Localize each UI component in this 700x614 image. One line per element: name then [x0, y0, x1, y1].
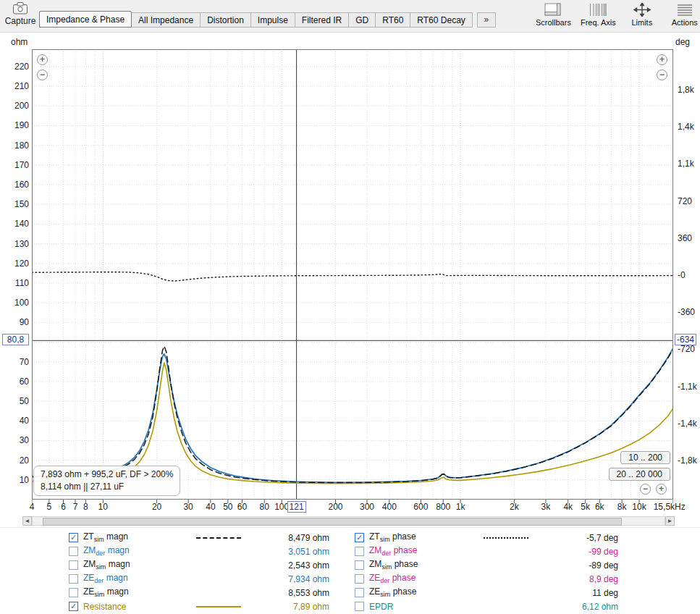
left-axis-tick: 40: [1, 416, 29, 426]
legend-value: -89 deg: [557, 560, 618, 571]
left-axis-tick: 90: [1, 317, 29, 327]
y-range-preset-button[interactable]: 10 .. 200: [620, 451, 670, 464]
right-axis-unit-label: deg: [675, 37, 690, 47]
tab-gd[interactable]: GD: [348, 12, 376, 28]
scroll-left-arrow[interactable]: ◄: [22, 516, 32, 526]
toolbar-button-actions[interactable]: Actions: [668, 2, 700, 27]
legend-value: 8,479 ohm: [269, 533, 329, 543]
capture-button[interactable]: Capture: [2, 1, 38, 26]
toolbar-button-label: Actions: [668, 18, 700, 27]
x-axis-tick: 15,5kHz: [654, 502, 686, 512]
x-axis-tick: 2k: [510, 502, 519, 512]
legend-checkbox-unchecked[interactable]: [69, 588, 78, 597]
left-axis-tick: 190: [1, 120, 29, 130]
x-axis-tick: 10: [98, 502, 108, 512]
legend-label: ZMsim phase: [369, 559, 455, 571]
toolbar-button-freq-axis[interactable]: Freq. Axis: [581, 2, 616, 27]
x-range-preset-button[interactable]: 20 .. 20 000: [609, 468, 670, 481]
x-axis-tick: 4k: [563, 502, 573, 512]
zoom-in-left-axis-button[interactable]: +: [37, 54, 48, 65]
right-axis-tick: -720: [678, 344, 695, 354]
legend-value: 7,934 ohm: [269, 574, 329, 584]
left-axis-tick: 130: [1, 239, 29, 249]
legend-checkbox-unchecked[interactable]: [355, 588, 364, 597]
tab-distortion[interactable]: Distortion: [200, 12, 251, 28]
legend-row: ZEder phase8,9 deg: [355, 572, 618, 586]
tooltip-line-1: 7,893 ohm + 995,2 uF, DF > 200%: [41, 468, 173, 481]
left-axis-tick: 100: [1, 298, 29, 308]
scrollbar-thumb[interactable]: [43, 518, 622, 526]
scrollbar-track[interactable]: [32, 516, 665, 526]
legend-line-sample-dotted: [484, 537, 528, 539]
tab-rt60-decay[interactable]: RT60 Decay: [410, 12, 472, 28]
legend-row: ZEsim phase11 deg: [355, 586, 618, 600]
left-axis-tick: 170: [1, 160, 29, 170]
legend-checkbox-unchecked[interactable]: [355, 602, 364, 611]
x-axis-tick: 6: [61, 502, 66, 512]
tab-impulse[interactable]: Impulse: [250, 12, 295, 28]
legend-checkbox-unchecked[interactable]: [355, 547, 364, 556]
plot-area[interactable]: [32, 49, 673, 504]
cursor-ohm-readout: 80,8: [2, 334, 29, 345]
tab-impedance-phase[interactable]: Impedance & Phase: [39, 11, 132, 28]
legend-row: ZMder magn3,051 ohm: [69, 544, 329, 558]
x-axis-tick: 60: [237, 502, 247, 512]
x-axis-tick: 400: [382, 502, 397, 512]
left-axis-tick: 220: [1, 62, 29, 72]
scroll-right-arrow[interactable]: ►: [665, 516, 675, 526]
x-axis-tick: 10k: [632, 502, 646, 512]
zoom-in-x-axis-button[interactable]: +: [656, 484, 667, 495]
left-axis-tick: 140: [1, 219, 29, 229]
legend-label: ZTsim phase: [369, 531, 455, 543]
zoom-out-left-axis-button[interactable]: −: [37, 70, 48, 80]
x-axis-tick: 4: [30, 502, 35, 512]
legend-checkbox-unchecked[interactable]: [69, 547, 78, 556]
legend-label: ZMder phase: [369, 545, 455, 557]
tab-overflow-button[interactable]: »: [477, 12, 496, 28]
legend-label: ZEder magn: [83, 573, 169, 584]
limits-icon: [625, 2, 659, 17]
toolbar-button-limits[interactable]: Limits: [625, 2, 659, 27]
legend-label: ZEder phase: [369, 573, 455, 584]
left-axis-tick: 30: [1, 435, 29, 445]
legend-checkbox-unchecked[interactable]: [355, 574, 364, 584]
legend-checkbox-checked[interactable]: ✓: [355, 533, 364, 542]
toolbar-button-label: Freq. Axis: [581, 18, 616, 27]
tab-all-impedance[interactable]: All Impedance: [131, 12, 201, 28]
tab-filtered-ir[interactable]: Filtered IR: [295, 12, 349, 28]
legend-value: 8,9 deg: [557, 574, 618, 584]
left-axis-tick: 160: [1, 180, 29, 190]
zoom-in-right-axis-button[interactable]: +: [657, 54, 667, 65]
tab-rt60[interactable]: RT60: [375, 12, 410, 28]
tooltip-line-2: 8,114 ohm || 27,11 uF: [41, 481, 173, 493]
zoom-out-right-axis-button[interactable]: −: [657, 70, 667, 80]
left-axis-tick: 20: [1, 455, 29, 466]
legend-checkbox-checked[interactable]: ✓: [69, 533, 78, 542]
legend-checkbox-checked[interactable]: ✓: [69, 602, 78, 611]
left-axis-tick: 60: [1, 377, 29, 387]
legend-row: ZEsim magn8,553 ohm: [69, 586, 329, 600]
legend-value: 8,553 ohm: [269, 588, 329, 598]
legend-line-sample: [169, 537, 269, 539]
right-axis-tick: 720: [678, 196, 692, 206]
legend-row: ZMsim phase-89 deg: [355, 558, 618, 572]
x-axis-tick: 5k: [581, 502, 590, 512]
legend-checkbox-unchecked[interactable]: [69, 574, 78, 584]
legend-checkbox-unchecked[interactable]: [69, 560, 78, 570]
left-axis-tick: 50: [1, 396, 29, 406]
zoom-out-x-axis-button[interactable]: −: [640, 484, 651, 495]
x-axis-tick: 200: [328, 502, 342, 512]
legend-value: -99 deg: [557, 547, 618, 557]
toolbar-button-scrollbars[interactable]: Scrollbars: [536, 2, 571, 27]
legend-line-sample-dashed: [196, 537, 241, 539]
legend-label: ZEsim phase: [369, 586, 455, 598]
x-axis-tick: 40: [206, 502, 215, 512]
horizontal-scrollbar[interactable]: ◄ ►: [22, 516, 675, 526]
cursor-deg-readout: -634: [675, 334, 696, 345]
x-axis-tick: 600: [413, 502, 428, 512]
legend-checkbox-unchecked[interactable]: [355, 560, 364, 570]
left-axis-tick: 10: [1, 475, 29, 485]
tab-strip: Impedance & PhaseAll ImpedanceDistortion…: [40, 11, 496, 28]
left-axis-unit-label: ohm: [11, 37, 28, 47]
cursor-freq-readout: 121: [287, 501, 306, 513]
